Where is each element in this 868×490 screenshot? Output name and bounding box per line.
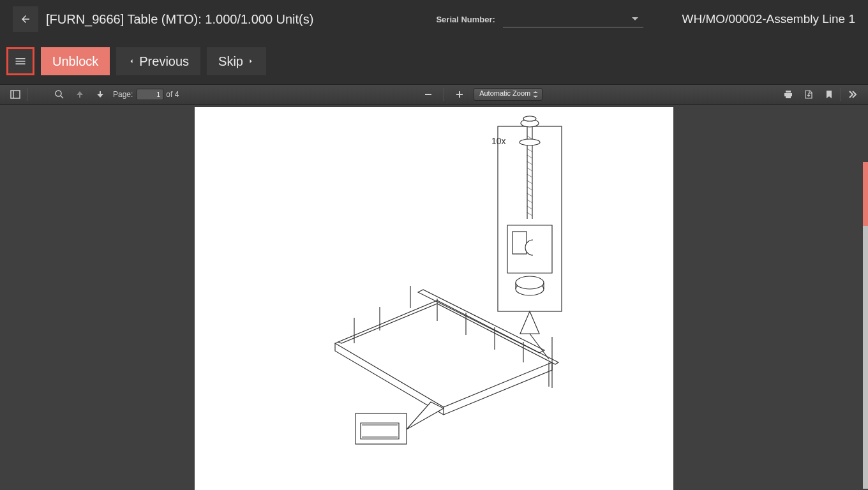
download-icon bbox=[804, 89, 814, 100]
sidebar-icon bbox=[10, 89, 20, 100]
menu-button[interactable] bbox=[6, 47, 34, 75]
chevron-double-right-icon bbox=[848, 89, 858, 100]
scrollbar[interactable] bbox=[862, 105, 868, 490]
print-icon bbox=[783, 89, 793, 100]
scroll-thumb-active bbox=[863, 162, 868, 226]
previous-label: Previous bbox=[139, 54, 189, 69]
pdf-viewer[interactable]: 10x bbox=[0, 105, 868, 490]
product-title: [FURN_9666] Table (MTO): 1.000/1.000 Uni… bbox=[46, 12, 313, 27]
bookmark-button[interactable] bbox=[821, 87, 837, 102]
arrow-down-icon bbox=[95, 89, 105, 100]
unblock-label: Unblock bbox=[52, 54, 98, 69]
skip-button[interactable]: Skip bbox=[207, 47, 266, 75]
qty-label: 10x bbox=[491, 136, 506, 146]
svg-rect-31 bbox=[513, 232, 527, 254]
previous-button[interactable]: Previous bbox=[116, 47, 200, 75]
svg-point-30 bbox=[520, 139, 540, 145]
sidebar-toggle-button[interactable] bbox=[8, 87, 23, 102]
back-button[interactable] bbox=[13, 6, 38, 32]
pdf-page: 10x bbox=[195, 107, 673, 490]
separator bbox=[27, 88, 27, 101]
serial-number-label: Serial Number: bbox=[436, 15, 495, 24]
plus-icon bbox=[454, 89, 465, 100]
print-button[interactable] bbox=[781, 87, 796, 102]
manufacturing-order-title: WH/MO/00002-Assembly Line 1 bbox=[682, 12, 855, 26]
minus-icon bbox=[423, 89, 433, 100]
skip-label: Skip bbox=[218, 54, 243, 69]
chevron-right-icon bbox=[247, 56, 255, 66]
page-input[interactable] bbox=[137, 89, 163, 100]
hamburger-icon bbox=[14, 55, 27, 68]
header: [FURN_9666] Table (MTO): 1.000/1.000 Uni… bbox=[0, 0, 868, 38]
zoom-out-button[interactable] bbox=[421, 87, 436, 102]
arrow-up-icon bbox=[75, 89, 85, 100]
download-button[interactable] bbox=[801, 87, 816, 102]
search-icon bbox=[54, 89, 64, 100]
page-count: of 4 bbox=[166, 90, 179, 99]
chevron-left-icon bbox=[128, 56, 135, 66]
page-down-button[interactable] bbox=[93, 87, 108, 102]
scroll-thumb bbox=[863, 226, 868, 489]
action-bar: Unblock Previous Skip bbox=[0, 38, 868, 84]
serial-number-select[interactable] bbox=[503, 11, 643, 27]
assembly-diagram: 10x bbox=[195, 107, 673, 477]
separator bbox=[444, 88, 444, 101]
svg-point-14 bbox=[523, 116, 536, 121]
separator bbox=[841, 88, 841, 101]
unblock-button[interactable]: Unblock bbox=[41, 47, 110, 75]
find-button[interactable] bbox=[52, 87, 67, 102]
page-label: Page: bbox=[113, 90, 133, 99]
svg-point-0 bbox=[56, 91, 61, 96]
bookmark-icon bbox=[824, 89, 834, 100]
page-up-button[interactable] bbox=[72, 87, 87, 102]
zoom-label: Automatic Zoom bbox=[479, 89, 530, 97]
pdf-toolbar: Page: of 4 Automatic Zoom bbox=[0, 84, 868, 105]
zoom-select[interactable]: Automatic Zoom bbox=[474, 88, 542, 101]
tools-button[interactable] bbox=[845, 87, 860, 102]
svg-point-33 bbox=[516, 276, 544, 289]
zoom-in-button[interactable] bbox=[452, 87, 467, 102]
arrow-left-icon bbox=[20, 13, 31, 25]
